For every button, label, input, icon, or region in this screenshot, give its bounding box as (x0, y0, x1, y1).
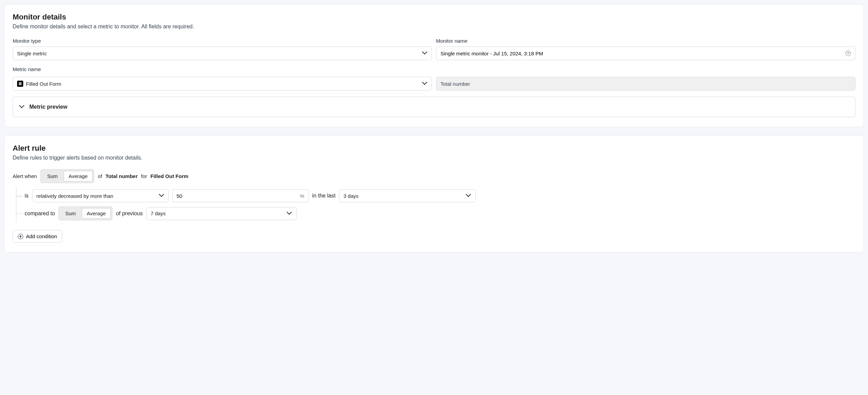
monitor-type-value: Single metric (17, 51, 423, 56)
alert-for-text: for (141, 173, 147, 179)
of-previous-text: of previous (116, 210, 143, 217)
previous-window-select[interactable]: 7 days (146, 207, 297, 220)
seg-sum[interactable]: Sum (42, 171, 63, 181)
clear-icon[interactable] (845, 51, 851, 56)
alert-of-text: of (98, 173, 102, 179)
threshold-field[interactable] (177, 193, 300, 199)
monitor-name-input[interactable] (436, 46, 855, 60)
monitor-details-card: Monitor details Define monitor details a… (4, 4, 864, 127)
monitor-type-select[interactable]: Single metric (13, 46, 432, 60)
seg-sum[interactable]: Sum (60, 208, 81, 219)
condition-select[interactable]: relatively decreased by more than (32, 189, 169, 202)
monitor-details-description: Define monitor details and select a metr… (13, 24, 855, 30)
chevron-down-icon (160, 193, 164, 198)
previous-window-value: 7 days (151, 210, 166, 216)
plus-icon (18, 234, 23, 239)
current-window-select[interactable]: 3 days (339, 189, 476, 202)
alert-conditions-block: is relatively decreased by more than % i… (16, 187, 855, 222)
compared-to-text: compared to (25, 210, 55, 217)
add-condition-button[interactable]: Add condition (13, 230, 62, 243)
threshold-unit: % (300, 193, 304, 199)
condition-value: relatively decreased by more than (37, 193, 113, 199)
chevron-down-icon (423, 51, 428, 56)
compared-to-row: compared to Sum Average of previous 7 da… (16, 204, 855, 222)
alert-measure: Total number (106, 173, 138, 179)
metric-aggregation-value: Total number (440, 81, 470, 87)
chevron-down-icon (287, 211, 292, 216)
alert-rule-card: Alert rule Define rules to trigger alert… (4, 135, 864, 253)
metric-preview-toggle[interactable]: Metric preview (13, 97, 855, 117)
metric-name-label: Metric name (13, 66, 432, 72)
condition-row: is relatively decreased by more than % i… (16, 187, 855, 204)
chevron-down-icon (466, 193, 471, 198)
alert-subject: Filled Out Form (150, 173, 188, 179)
seg-average[interactable]: Average (82, 208, 111, 219)
monitor-type-label: Monitor type (13, 38, 432, 44)
metric-aggregation-display: Total number (436, 77, 855, 91)
metric-name-select[interactable]: Filled Out Form (13, 77, 432, 91)
metric-preview-label: Metric preview (29, 104, 67, 110)
monitor-details-title: Monitor details (13, 13, 855, 22)
alert-rule-description: Define rules to trigger alerts based on … (13, 155, 855, 161)
compared-aggregation-toggle[interactable]: Sum Average (58, 206, 112, 220)
add-condition-label: Add condition (26, 233, 57, 239)
alert-when-prefix: Alert when (13, 173, 37, 179)
threshold-input[interactable]: % (172, 189, 309, 202)
metric-source-icon (17, 81, 23, 87)
metric-name-value: Filled Out Form (26, 81, 61, 87)
alert-rule-title: Alert rule (13, 144, 855, 153)
alert-when-aggregation-toggle[interactable]: Sum Average (40, 169, 94, 183)
monitor-name-label: Monitor name (436, 38, 855, 44)
current-window-value: 3 days (343, 193, 358, 199)
seg-average[interactable]: Average (64, 171, 93, 181)
is-text: is (25, 193, 29, 199)
alert-when-line: Alert when Sum Average of Total number f… (13, 169, 855, 183)
chevron-down-icon (423, 81, 428, 86)
chevron-down-icon (20, 105, 25, 109)
in-last-text: in the last (312, 193, 336, 199)
monitor-name-field[interactable] (440, 51, 845, 56)
